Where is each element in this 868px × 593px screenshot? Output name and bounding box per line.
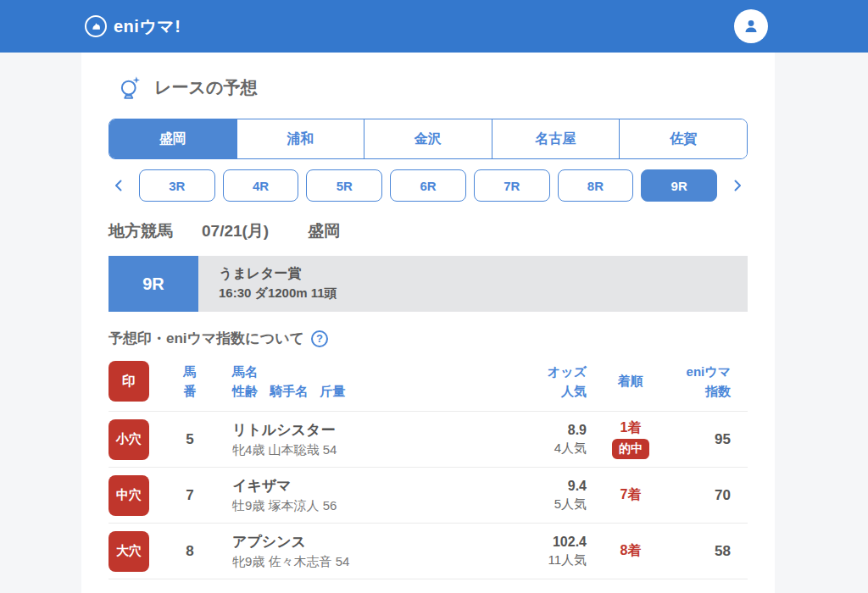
horse-name: アプシンス xyxy=(232,532,492,551)
tab-saga[interactable]: 佐賀 xyxy=(619,119,747,158)
meta-track: 盛岡 xyxy=(308,220,340,242)
horse-logo-icon xyxy=(85,15,107,37)
eniuma-index: 95 xyxy=(675,431,748,448)
mark-badge: 大穴 xyxy=(108,531,149,572)
race-button-3r[interactable]: 3R xyxy=(139,169,215,202)
app-header: eniウマ! xyxy=(0,0,868,53)
track-tabs: 盛岡 浦和 金沢 名古屋 佐賀 xyxy=(108,119,748,159)
mark-badge: 小穴 xyxy=(108,419,149,460)
race-button-8r[interactable]: 8R xyxy=(558,169,634,202)
page-title-row: レースの予想 xyxy=(117,75,748,100)
hit-badge: 的中 xyxy=(612,439,649,459)
table-row[interactable]: 中穴 7 イキザマ 牡9歳 塚本涼人 56 9.4 5人気 7着 70 xyxy=(108,467,748,523)
race-banner-body: うまレター賞 16:30 ダ1200m 11頭 xyxy=(198,256,748,312)
help-icon[interactable]: ? xyxy=(311,330,328,347)
app-logo[interactable]: eniウマ! xyxy=(85,15,181,38)
eniuma-index: 70 xyxy=(675,487,748,504)
finish-position: 8着 xyxy=(587,542,675,560)
table-row[interactable]: 小穴 5 リトルシスター 牝4歳 山本聡哉 54 8.9 4人気 1着 的中 9… xyxy=(108,411,748,467)
tab-kanazawa[interactable]: 金沢 xyxy=(364,119,492,158)
meta-category: 地方競馬 xyxy=(108,220,173,242)
horse-name: リトルシスター xyxy=(232,420,492,440)
header-horse-name: 馬名 性齢 騎手名 斤量 xyxy=(231,362,492,402)
page-title: レースの予想 xyxy=(154,76,257,99)
horse-detail: 牝9歳 佐々木志音 54 xyxy=(232,554,492,570)
chevron-right-icon[interactable] xyxy=(727,169,748,202)
horse-name: イキザマ xyxy=(232,476,492,496)
chevron-left-icon[interactable] xyxy=(108,169,129,202)
race-details: 16:30 ダ1200m 11頭 xyxy=(219,285,748,302)
horse-number: 5 xyxy=(149,431,231,448)
table-header-row: 印 馬 番 馬名 性齢 騎手名 斤量 オッズ 人気 着順 eniウマ 指数 xyxy=(108,352,748,411)
odds-value: 102.4 xyxy=(492,535,587,550)
tab-morioka[interactable]: 盛岡 xyxy=(109,119,236,158)
about-label: 予想印・eniウマ指数について xyxy=(108,329,304,348)
header-horse-number: 馬 番 xyxy=(149,362,231,402)
header-finish: 着順 xyxy=(587,371,675,391)
horse-number: 8 xyxy=(149,543,231,560)
user-avatar-button[interactable] xyxy=(734,9,768,43)
horse-detail: 牡9歳 塚本涼人 56 xyxy=(232,498,492,514)
app-header-inner: eniウマ! xyxy=(81,0,775,53)
race-button-6r[interactable]: 6R xyxy=(390,169,466,202)
table-bottom-divider xyxy=(108,579,748,579)
content-card: レースの予想 盛岡 浦和 金沢 名古屋 佐賀 3R 4R 5R 6R 7R 8R… xyxy=(81,53,775,593)
user-icon xyxy=(741,16,761,36)
horse-number: 7 xyxy=(149,487,231,504)
finish-position: 1着 xyxy=(587,419,675,437)
mark-badge: 中穴 xyxy=(108,475,149,516)
popularity: 5人気 xyxy=(492,496,587,513)
race-button-4r[interactable]: 4R xyxy=(223,169,299,202)
tab-nagoya[interactable]: 名古屋 xyxy=(492,119,620,158)
race-button-5r[interactable]: 5R xyxy=(306,169,382,202)
prediction-table: 印 馬 番 馬名 性齢 騎手名 斤量 オッズ 人気 着順 eniウマ 指数 xyxy=(108,352,748,579)
race-banner-number: 9R xyxy=(108,256,198,312)
header-mark-badge: 印 xyxy=(108,361,149,402)
tab-urawa[interactable]: 浦和 xyxy=(236,119,364,158)
race-selector: 3R 4R 5R 6R 7R 8R 9R xyxy=(108,169,748,202)
horse-detail: 牝4歳 山本聡哉 54 xyxy=(232,442,492,458)
race-banner: 9R うまレター賞 16:30 ダ1200m 11頭 xyxy=(108,256,748,312)
finish-position: 7着 xyxy=(587,486,675,504)
header-index: eniウマ 指数 xyxy=(675,362,748,402)
table-row[interactable]: 大穴 8 アプシンス 牝9歳 佐々木志音 54 102.4 11人気 8着 58 xyxy=(108,523,748,579)
race-button-9r[interactable]: 9R xyxy=(641,169,717,202)
app-logo-text: eniウマ! xyxy=(114,15,181,38)
header-odds: オッズ 人気 xyxy=(492,362,587,402)
odds-value: 8.9 xyxy=(492,423,587,438)
eniuma-index: 58 xyxy=(675,543,748,560)
meta-date: 07/21(月) xyxy=(202,220,269,242)
race-meta-line: 地方競馬 07/21(月) 盛岡 xyxy=(108,220,748,242)
about-line: 予想印・eniウマ指数について ? xyxy=(108,329,748,348)
race-button-list: 3R 4R 5R 6R 7R 8R 9R xyxy=(139,169,717,202)
race-button-7r[interactable]: 7R xyxy=(474,169,550,202)
race-name: うまレター賞 xyxy=(219,265,748,283)
popularity: 11人気 xyxy=(492,552,587,568)
crystal-ball-icon xyxy=(117,75,142,100)
popularity: 4人気 xyxy=(492,441,587,457)
odds-value: 9.4 xyxy=(492,479,587,494)
